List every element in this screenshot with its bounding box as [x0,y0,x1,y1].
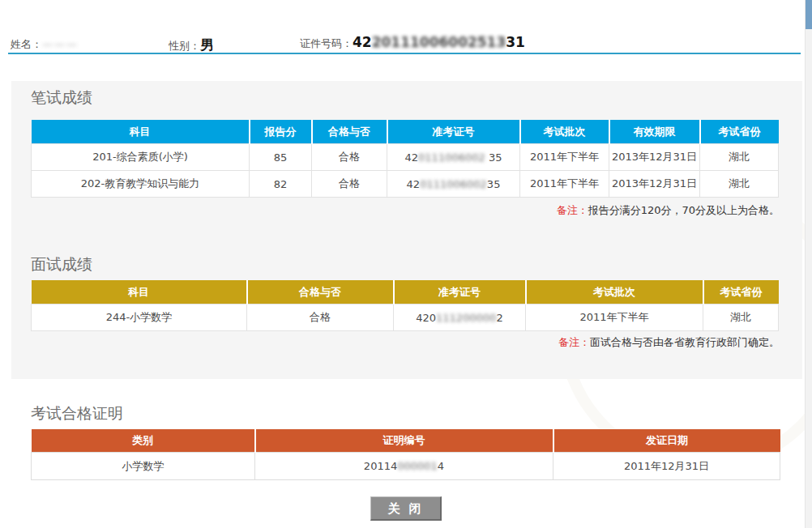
note-text: 报告分满分120分，70分及以上为合格。 [588,204,780,216]
ticket-suffix: 2 [497,312,503,324]
candidate-info-bar: 姓名：——— 性别：男 证件号码：422011100600251331 [11,32,788,53]
note-label: 备注： [558,336,590,348]
column-header-pass: 合格与否 [247,280,394,304]
column-header-ticket: 准考证号 [394,280,526,304]
masked-digits: 000001 [397,460,438,472]
cell-ticket: 4201112000002 [394,304,526,331]
name-label: 姓名： [11,38,42,50]
ticket-prefix: 420 [416,312,436,324]
column-header-subject: 科目 [32,280,247,304]
certificate-header-row: 类别 证明编号 发证日期 [32,429,780,453]
note-text: 面试合格与否由各省教育行政部门确定。 [590,336,780,348]
cell-pass: 合格 [247,304,394,331]
column-header-province: 考试省份 [703,280,779,304]
cell-pass: 合格 [312,171,387,198]
cert-number-prefix: 20114 [364,460,397,472]
column-header-category: 类别 [32,429,255,453]
close-button[interactable]: 关 闭 [370,496,442,521]
cell-subject: 201-综合素质(小学) [32,144,250,171]
cell-ticket: 420111006002 35 [387,144,520,171]
masked-digits: 111200000 [436,312,496,324]
cell-ticket: 42011100600235 [387,171,520,198]
interview-score-note: 备注：面试合格与否由各省教育行政部门确定。 [558,335,780,350]
table-row: 201-综合素质(小学) 85 合格 420111006002 35 2011年… [32,144,779,171]
cell-category: 小学数学 [32,453,255,480]
cert-number-suffix: 4 [438,460,444,472]
vertical-scrollbar-track[interactable] [805,0,812,528]
column-header-batch: 考试批次 [526,280,703,304]
interview-score-table: 科目 合格与否 准考证号 考试批次 考试省份 244-小学数学 合格 42011… [31,280,779,331]
column-header-validity: 有效期限 [609,120,700,144]
cell-pass: 合格 [312,144,387,171]
column-header-cert-number: 证明编号 [255,429,553,453]
column-header-pass: 合格与否 [312,120,387,144]
header-divider-line [8,53,801,54]
note-label: 备注： [557,204,588,216]
ticket-suffix: 35 [487,178,501,190]
ticket-suffix: 35 [489,151,502,164]
gender-label: 性别： [169,40,200,52]
cell-subject: 244-小学数学 [32,304,247,331]
table-row: 244-小学数学 合格 4201112000002 2011年下半年 湖北 [32,304,779,331]
interview-score-title: 面试成绩 [31,254,92,275]
table-row: 小学数学 201140000014 2011年12月31日 [32,453,780,480]
written-score-note: 备注：报告分满分120分，70分及以上为合格。 [557,203,780,218]
gender-value: 男 [200,36,214,53]
cell-score: 85 [250,144,312,171]
cell-issue-date: 2011年12月31日 [553,453,780,480]
column-header-issue-date: 发证日期 [553,429,780,453]
cell-province: 湖北 [700,171,779,198]
ticket-prefix: 42 [405,151,419,164]
written-score-table: 科目 报告分 合格与否 准考证号 考试批次 有效期限 考试省份 201-综合素质… [31,120,779,198]
cell-province: 湖北 [703,304,779,331]
cell-subject: 202-教育教学知识与能力 [32,171,250,198]
id-masked-digits: 20111006002513 [372,34,506,50]
cell-validity: 2013年12月31日 [609,144,700,171]
interview-header-row: 科目 合格与否 准考证号 考试批次 考试省份 [32,280,779,304]
redacted-name: ——— [42,38,79,50]
ticket-prefix: 42 [407,178,421,190]
column-header-batch: 考试批次 [520,120,609,144]
masked-digits: 0111006002 [420,178,487,190]
id-label: 证件号码： [300,37,353,49]
cell-validity: 2013年12月31日 [609,171,700,198]
cell-batch: 2011年下半年 [520,144,609,171]
id-number-value: 422011100600251331 [353,34,525,50]
cell-batch: 2011年下半年 [520,171,609,198]
cell-province: 湖北 [700,144,779,171]
name-field: 姓名：——— [11,37,79,52]
cell-batch: 2011年下半年 [526,304,703,331]
vertical-scrollbar-thumb[interactable] [806,0,812,29]
column-header-subject: 科目 [32,120,250,144]
column-header-ticket: 准考证号 [387,120,520,144]
written-score-title: 笔试成绩 [31,87,92,109]
cell-cert-number: 201140000014 [255,453,553,480]
masked-digits: 0111006002 [418,151,485,164]
written-header-row: 科目 报告分 合格与否 准考证号 考试批次 有效期限 考试省份 [32,120,779,144]
id-number-field: 证件号码：422011100600251331 [300,34,525,51]
id-suffix: 31 [506,34,525,50]
gender-field: 性别：男 [169,36,214,54]
column-header-province: 考试省份 [700,120,779,144]
id-prefix: 42 [353,34,372,50]
certificate-title: 考试合格证明 [31,403,123,424]
column-header-score: 报告分 [250,120,312,144]
certificate-table: 类别 证明编号 发证日期 小学数学 201140000014 2011年12月3… [31,429,780,480]
table-row: 202-教育教学知识与能力 82 合格 42011100600235 2011年… [32,171,779,198]
cell-score: 82 [250,171,312,198]
